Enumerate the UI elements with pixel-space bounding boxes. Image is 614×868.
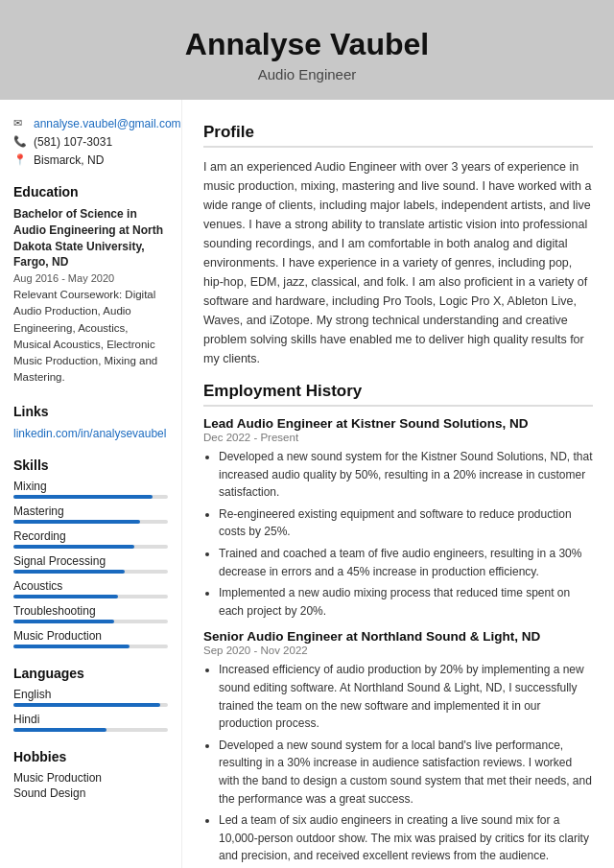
skill-bar-bg <box>13 520 168 524</box>
language-bar-fill <box>13 728 106 732</box>
edu-dates: Aug 2016 - May 2020 <box>13 272 168 284</box>
education-section: Education Bachelor of Science in Audio E… <box>13 184 168 387</box>
job-bullets: Increased efficiency of audio production… <box>219 661 593 868</box>
language-label: Hindi <box>13 713 168 726</box>
job-bullet: Trained and coached a team of five audio… <box>219 545 593 580</box>
language-item: Hindi <box>13 713 168 732</box>
phone-icon: 📞 <box>13 135 29 148</box>
hobbies-section: Hobbies Music ProductionSound Design <box>13 749 168 800</box>
location-text: Bismarck, ND <box>34 153 104 167</box>
skill-bar-fill <box>13 495 153 499</box>
job-title: Senior Audio Engineer at Northland Sound… <box>203 629 593 644</box>
hobby-item: Sound Design <box>13 786 168 800</box>
skill-bar-bg <box>13 570 168 574</box>
contact-section: ✉ annalyse.vaubel@gmail.com 📞 (581) 107-… <box>13 117 168 167</box>
phone-text: (581) 107-3031 <box>34 135 112 149</box>
skill-bar-fill <box>13 520 140 524</box>
job-title: Lead Audio Engineer at Kistner Sound Sol… <box>203 416 593 431</box>
skill-bar-fill <box>13 620 114 623</box>
edu-degree: Bachelor of Science in Audio Engineering… <box>13 206 168 270</box>
skill-label: Mixing <box>13 480 168 493</box>
hobby-item: Music Production <box>13 771 168 785</box>
skill-label: Acoustics <box>13 579 168 593</box>
language-item: English <box>13 688 168 707</box>
skill-bar-bg <box>13 620 168 623</box>
linkedin-link[interactable]: linkedin.com/in/analysevaubel <box>13 427 166 440</box>
skills-title: Skills <box>13 457 168 473</box>
header: Annalyse Vaubel Audio Engineer <box>0 0 614 100</box>
sidebar: ✉ annalyse.vaubel@gmail.com 📞 (581) 107-… <box>0 100 182 868</box>
skill-bar-bg <box>13 545 168 549</box>
employment-section-title: Employment History <box>203 382 593 407</box>
skill-item: Mastering <box>13 504 168 524</box>
job-bullet: Increased efficiency of audio production… <box>219 661 593 732</box>
skill-label: Troubleshooting <box>13 604 168 618</box>
skill-item: Troubleshooting <box>13 604 168 623</box>
skill-bar-bg <box>13 645 168 648</box>
education-title: Education <box>13 184 168 199</box>
job-entry: Senior Audio Engineer at Northland Sound… <box>203 629 593 868</box>
skill-item: Acoustics <box>13 579 168 598</box>
skill-bar-bg <box>13 495 168 499</box>
skill-label: Recording <box>13 529 168 543</box>
skill-bar-fill <box>13 595 118 598</box>
email-item: ✉ annalyse.vaubel@gmail.com <box>13 117 168 130</box>
candidate-name: Annalyse Vaubel <box>19 27 595 62</box>
job-bullet: Developed a new sound system for the Kis… <box>219 448 593 502</box>
languages-section: Languages English Hindi <box>13 666 168 732</box>
links-section: Links linkedin.com/in/analysevaubel <box>13 404 168 440</box>
language-label: English <box>13 688 168 701</box>
location-item: 📍 Bismarck, ND <box>13 153 168 167</box>
skill-bar-fill <box>13 570 125 574</box>
skill-label: Signal Processing <box>13 554 168 568</box>
job-bullet: Led a team of six audio engineers in cre… <box>219 811 593 865</box>
languages-title: Languages <box>13 666 168 681</box>
hobbies-title: Hobbies <box>13 749 168 764</box>
skill-item: Recording <box>13 529 168 549</box>
job-date: Sep 2020 - Nov 2022 <box>203 645 593 656</box>
email-link[interactable]: annalyse.vaubel@gmail.com <box>34 117 181 130</box>
skill-item: Music Production <box>13 629 168 648</box>
language-bar-bg <box>13 703 168 707</box>
job-bullet: Developed a new sound system for a local… <box>219 737 593 808</box>
skill-bar-fill <box>13 645 130 648</box>
phone-item: 📞 (581) 107-3031 <box>13 135 168 149</box>
email-icon: ✉ <box>13 117 29 129</box>
skill-bar-bg <box>13 595 168 598</box>
job-entry: Lead Audio Engineer at Kistner Sound Sol… <box>203 416 593 620</box>
language-bar-fill <box>13 703 160 707</box>
skills-section: Skills Mixing Mastering Recording Signal… <box>13 457 168 648</box>
edu-coursework: Relevant Coursework: Digital Audio Produ… <box>13 287 168 387</box>
links-title: Links <box>13 404 168 419</box>
skill-label: Mastering <box>13 504 168 518</box>
job-bullets: Developed a new sound system for the Kis… <box>219 448 593 620</box>
skill-item: Signal Processing <box>13 554 168 574</box>
candidate-title: Audio Engineer <box>19 66 595 82</box>
profile-section-title: Profile <box>203 123 593 148</box>
skill-item: Mixing <box>13 480 168 499</box>
location-icon: 📍 <box>13 153 29 166</box>
skill-bar-fill <box>13 545 134 549</box>
job-date: Dec 2022 - Present <box>203 432 593 443</box>
profile-text: I am an experienced Audio Engineer with … <box>203 157 593 368</box>
main-content: Profile I am an experienced Audio Engine… <box>182 100 614 868</box>
language-bar-bg <box>13 728 168 732</box>
job-bullet: Re-engineered existing equipment and sof… <box>219 505 593 541</box>
job-bullet: Implemented a new audio mixing process t… <box>219 584 593 620</box>
skill-label: Music Production <box>13 629 168 643</box>
